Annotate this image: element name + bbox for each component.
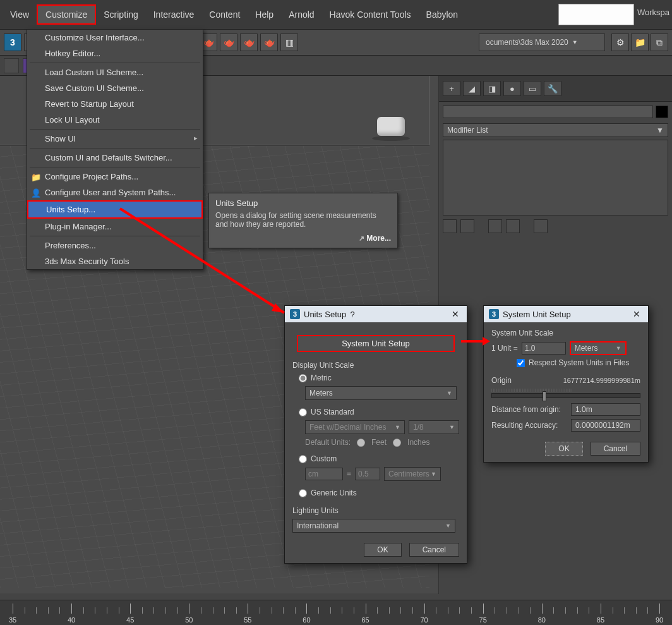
modifier-stack[interactable] [443, 140, 668, 215]
dd-sep [30, 63, 200, 63]
mod-btn-3[interactable] [488, 219, 502, 233]
custom-sys-dropdown[interactable]: Centimeters▼ [384, 467, 441, 481]
tab-modify-icon[interactable]: ◢ [463, 81, 481, 96]
dd-hotkey-editor[interactable]: Hotkey Editor... [27, 46, 203, 61]
lighting-dropdown[interactable]: International▼ [292, 519, 455, 533]
menu-arnold[interactable]: Arnold [281, 6, 321, 23]
dd-preferences[interactable]: Preferences... [27, 238, 203, 253]
custom-unit-input[interactable] [305, 468, 343, 480]
origin-slider[interactable] [491, 393, 640, 398]
dd-project-paths[interactable]: 📁Configure Project Paths... [27, 169, 203, 185]
dd-revert-layout[interactable]: Revert to Startup Layout [27, 96, 203, 112]
dd-plugin-manager[interactable]: Plug-in Manager... [27, 219, 203, 234]
mod-btn-2[interactable] [460, 219, 474, 233]
project-path[interactable]: ocuments\3ds Max 2020 ▼ [479, 33, 605, 51]
dd-sep [30, 167, 200, 167]
dd-save-scheme[interactable]: Save Custom UI Scheme... [27, 80, 203, 96]
menu-interactive[interactable]: Interactive [146, 6, 202, 23]
display-unit-scale-label: Display Unit Scale [292, 361, 459, 370]
project-path-text: ocuments\3ds Max 2020 [486, 38, 568, 47]
dd-units-setup[interactable]: Units Setup... [27, 200, 203, 219]
radio-metric[interactable] [299, 374, 307, 382]
custom-value-input[interactable] [355, 468, 380, 480]
help-icon[interactable]: ? [346, 310, 359, 319]
system-dialog-titlebar[interactable]: 3 System Unit Setup ✕ [484, 306, 648, 322]
radio-generic[interactable] [299, 489, 307, 497]
dd-security-tools[interactable]: 3ds Max Security Tools [27, 253, 203, 269]
feet-label: Feet [371, 438, 387, 447]
slider-ticks: ||||||||||||||||||||||||||||||||||||||||… [491, 388, 640, 392]
menu-view[interactable]: View [3, 6, 37, 23]
menu-havok[interactable]: Havok Content Tools [322, 6, 419, 23]
us-standard-dropdown[interactable]: Feet w/Decimal Inches▼ [305, 420, 405, 434]
folder-icon[interactable]: 📁 [631, 33, 649, 51]
system-ok-button[interactable]: OK [545, 442, 582, 456]
copy-icon[interactable]: ⧉ [651, 33, 668, 51]
dd-sep [30, 236, 200, 236]
mod-btn-1[interactable] [443, 219, 457, 233]
unit-value-input[interactable] [522, 342, 566, 355]
timeline-label: 55 [244, 616, 251, 624]
dd-show-ui[interactable]: Show UI [27, 131, 203, 147]
units-ok-button[interactable]: OK [364, 543, 401, 557]
radio-custom[interactable] [299, 455, 307, 463]
app-logo-icon[interactable]: 3 [4, 33, 21, 51]
units-cancel-button[interactable]: Cancel [409, 543, 459, 557]
workspace-label[interactable]: Workspa [637, 8, 669, 17]
dd-user-system-paths[interactable]: 👤Configure User and System Paths... [27, 185, 203, 200]
unit-type-dropdown[interactable]: Meters▼ [570, 341, 627, 355]
timeline-label: 80 [538, 616, 546, 624]
us-fraction-dropdown[interactable]: 1/8▼ [409, 420, 459, 434]
tooltip-body: Opens a dialog for setting scene measure… [215, 211, 391, 229]
mod-btn-4[interactable] [506, 219, 520, 233]
menubar: View Customize Scripting Interactive Con… [0, 0, 672, 29]
respect-units-checkbox[interactable] [517, 359, 525, 367]
timeline[interactable]: 354045505560657075808590 [0, 600, 672, 625]
metric-label: Metric [311, 373, 332, 382]
system-scale-label: System Unit Scale [491, 329, 640, 337]
menu-scripting[interactable]: Scripting [96, 6, 145, 23]
tab-utilities-icon[interactable]: 🔧 [544, 81, 561, 96]
tooltip-more-link[interactable]: More... [215, 234, 391, 243]
tooltip-units-setup: Units Setup Opens a dialog for setting s… [208, 193, 398, 248]
teapot-3-icon[interactable]: 🫖 [240, 33, 258, 51]
mod-btn-5[interactable] [534, 219, 548, 233]
account-badge[interactable] [558, 4, 634, 25]
close-icon[interactable]: ✕ [630, 309, 643, 319]
dd-defaults-switcher[interactable]: Custom UI and Defaults Switcher... [27, 150, 203, 166]
modifier-list-dropdown[interactable]: Modifier List ▼ [443, 123, 668, 137]
menu-content[interactable]: Content [201, 6, 248, 23]
timeline-label: 70 [421, 616, 428, 624]
object-name-input[interactable] [443, 106, 653, 118]
tab-motion-icon[interactable]: ● [503, 81, 521, 96]
close-icon[interactable]: ✕ [449, 309, 462, 319]
radio-us[interactable] [299, 408, 307, 416]
units-dialog-titlebar[interactable]: 3 Units Setup ? ✕ [285, 306, 467, 322]
sub-btn-1[interactable] [4, 58, 19, 73]
modifier-list-label: Modifier List [447, 126, 488, 135]
dd-customize-ui[interactable]: Customize User Interface... [27, 30, 203, 46]
dd-load-scheme[interactable]: Load Custom UI Scheme... [27, 64, 203, 80]
timeline-label: 90 [656, 616, 663, 624]
panel-icon[interactable]: ▥ [280, 33, 298, 51]
teapot-4-icon[interactable]: 🫖 [260, 33, 278, 51]
dd-lock-layout[interactable]: Lock UI Layout [27, 112, 203, 128]
timeline-label: 75 [479, 616, 487, 624]
generic-label: Generic Units [311, 488, 357, 497]
menu-help[interactable]: Help [248, 6, 281, 23]
custom-sys-value: Centimeters [388, 470, 429, 478]
menu-customize[interactable]: Customize [37, 4, 96, 25]
gear-icon[interactable]: ⚙ [611, 33, 629, 51]
tab-create-icon[interactable]: + [443, 81, 460, 96]
menu-babylon[interactable]: Babylon [419, 6, 466, 23]
modifier-buttons [443, 219, 668, 233]
teapot-2-icon[interactable]: 🫖 [220, 33, 237, 51]
lighting-units-label: Lighting Units [292, 506, 459, 515]
lighting-value: International [297, 521, 339, 530]
metric-dropdown[interactable]: Meters▼ [305, 386, 457, 400]
object-color-swatch[interactable] [656, 106, 668, 118]
system-unit-setup-button[interactable]: System Unit Setup [297, 335, 455, 352]
tab-hierarchy-icon[interactable]: ◨ [483, 81, 501, 96]
tab-display-icon[interactable]: ▭ [524, 81, 541, 96]
system-cancel-button[interactable]: Cancel [591, 442, 640, 456]
